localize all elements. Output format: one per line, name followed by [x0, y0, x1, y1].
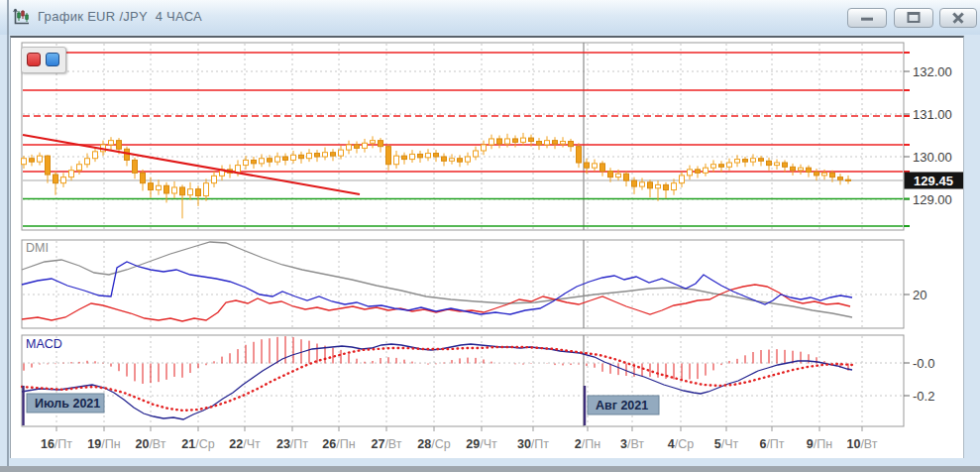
svg-text:131.00: 131.00	[913, 107, 952, 122]
svg-text:2/Пн: 2/Пн	[575, 437, 600, 451]
svg-text:129.45: 129.45	[914, 174, 953, 188]
restore-icon	[908, 12, 921, 23]
svg-text:-0.2: -0.2	[913, 389, 934, 404]
close-button[interactable]	[939, 8, 977, 28]
red-marker-button[interactable]	[27, 53, 41, 66]
svg-text:4/Ср: 4/Ср	[668, 437, 694, 451]
svg-text:20/Вт: 20/Вт	[135, 437, 165, 451]
desktop-strip	[0, 466, 980, 472]
svg-text:23/Пт: 23/Пт	[276, 437, 308, 451]
svg-text:29/Чт: 29/Чт	[466, 437, 497, 451]
dmi-label: DMI	[26, 241, 49, 255]
minimize-button[interactable]	[847, 8, 887, 28]
blue-marker-button[interactable]	[46, 53, 59, 66]
chart-icon	[12, 7, 32, 27]
svg-text:-0.0: -0.0	[913, 356, 934, 371]
window-title: График EUR /JPY 4 ЧАСА	[38, 9, 202, 24]
svg-text:Июль 2021: Июль 2021	[35, 397, 100, 411]
svg-text:28/Ср: 28/Ср	[417, 437, 450, 451]
svg-text:16/Пт: 16/Пт	[41, 437, 72, 451]
svg-text:21/Ср: 21/Ср	[181, 437, 214, 451]
screen: График EUR /JPY 4 ЧАСА DMIMACDИюль 2021А…	[0, 0, 980, 472]
macd-label: MACD	[26, 337, 62, 351]
svg-text:19/Пн: 19/Пн	[87, 437, 120, 451]
title-bar[interactable]: График EUR /JPY 4 ЧАСА	[0, 0, 980, 35]
svg-text:9/Пн: 9/Пн	[807, 437, 832, 451]
minimize-icon	[861, 18, 873, 21]
current-price-badge: 129.45	[905, 173, 964, 189]
chart-client-area: DMIMACDИюль 2021Авг 2021132.00131.00130.…	[10, 36, 964, 458]
svg-text:5/Чт: 5/Чт	[714, 437, 739, 451]
svg-text:Авг 2021: Авг 2021	[596, 399, 648, 413]
svg-text:26/Пн: 26/Пн	[322, 437, 355, 451]
chart-svg[interactable]: DMIMACDИюль 2021Авг 2021132.00131.00130.…	[11, 38, 963, 458]
svg-text:27/Вт: 27/Вт	[371, 437, 401, 451]
mdi-edge-line	[7, 0, 9, 466]
svg-text:22/Чт: 22/Чт	[229, 437, 261, 451]
marker-toolbar	[21, 47, 66, 73]
chart-window: График EUR /JPY 4 ЧАСА DMIMACDИюль 2021А…	[0, 0, 980, 466]
svg-text:130.00: 130.00	[913, 150, 952, 165]
svg-text:132.00: 132.00	[913, 64, 952, 79]
maximize-button[interactable]	[894, 8, 933, 28]
svg-text:20: 20	[913, 288, 926, 302]
svg-text:3/Вт: 3/Вт	[620, 437, 644, 451]
svg-text:30/Пт: 30/Пт	[517, 437, 549, 451]
svg-text:6/Пт: 6/Пт	[759, 437, 784, 451]
svg-text:10/Вт: 10/Вт	[846, 437, 877, 451]
svg-text:129.00: 129.00	[913, 192, 952, 207]
